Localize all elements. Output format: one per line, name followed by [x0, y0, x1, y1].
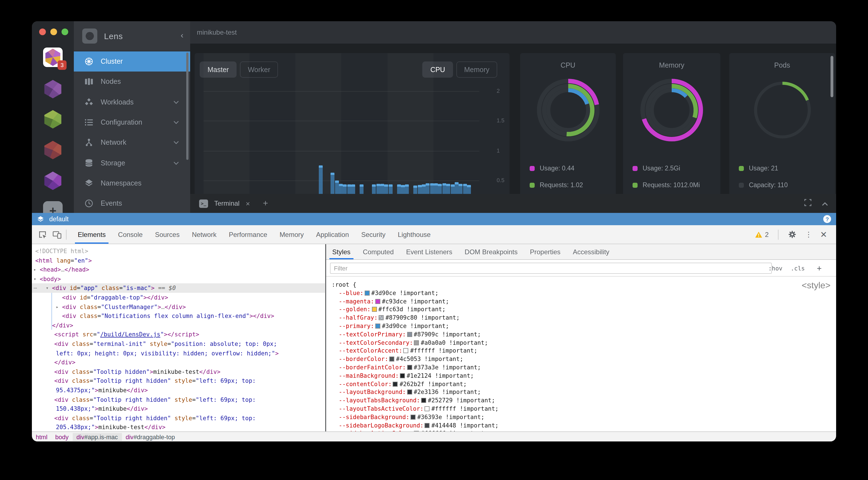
- styles-tab-properties[interactable]: Properties: [524, 244, 566, 259]
- css-variable-declaration[interactable]: --layoutTabsBackground:#252729 !importan…: [332, 396, 836, 405]
- css-selector[interactable]: :root {: [332, 280, 836, 289]
- dom-tree-node[interactable]: </div>: [32, 357, 325, 367]
- styles-tab-dom-breakpoints[interactable]: DOM Breakpoints: [459, 244, 524, 259]
- cluster-icon[interactable]: [43, 171, 63, 191]
- terminal-close-icon[interactable]: ×: [246, 199, 250, 208]
- dom-tree-node[interactable]: <div id="draggable-top"></div>: [32, 293, 325, 302]
- color-swatch[interactable]: [407, 332, 412, 337]
- sidebar-item-workloads[interactable]: Workloads: [74, 92, 190, 112]
- dom-tree-node[interactable]: <!DOCTYPE html>: [32, 246, 325, 255]
- sidebar-item-network[interactable]: Network: [74, 132, 190, 153]
- devtools-tab-lighthouse[interactable]: Lighthouse: [392, 225, 436, 244]
- cluster-icon[interactable]: [43, 79, 63, 99]
- zoom-window-button[interactable]: [62, 29, 68, 35]
- css-variable-declaration[interactable]: --sidebarActiveColor:#ffffff !important;: [332, 430, 836, 432]
- dom-tree-node[interactable]: ▸<head>…</head>: [32, 265, 325, 274]
- color-swatch[interactable]: [400, 373, 405, 378]
- dom-tree-node[interactable]: ▾<body>: [32, 274, 325, 283]
- cluster-icon[interactable]: 3: [43, 47, 63, 67]
- dom-tree-node[interactable]: ▸<div class="ClusterManager">…</div>: [32, 302, 325, 311]
- devtools-tab-application[interactable]: Application: [310, 225, 355, 244]
- minimize-window-button[interactable]: [50, 29, 57, 35]
- dom-tree-node[interactable]: <script src="/build/LensDev.js"></script…: [32, 330, 325, 339]
- dom-tree-node[interactable]: left: 0px; height: 0px; visibility: hidd…: [32, 348, 325, 357]
- color-swatch[interactable]: [372, 307, 377, 312]
- dom-tree-node[interactable]: <div class="Notifications flex column al…: [32, 311, 325, 320]
- css-variable-declaration[interactable]: --magenta:#c93dce !important;: [332, 297, 836, 305]
- devtools-close-icon[interactable]: ✕: [820, 229, 827, 239]
- css-variable-declaration[interactable]: --textColorAccent:#ffffff !important;: [332, 347, 836, 355]
- dom-tree-node[interactable]: <html lang="en">: [32, 255, 325, 265]
- dom-tree-node[interactable]: <div class="Tooltip right hidden" style=…: [32, 413, 325, 422]
- color-swatch[interactable]: [375, 299, 380, 304]
- css-variable-declaration[interactable]: --primary:#3d90ce !important;: [332, 322, 836, 330]
- color-swatch[interactable]: [425, 406, 430, 411]
- cluster-icon[interactable]: [43, 109, 63, 129]
- css-variable-declaration[interactable]: --layoutTabsActiveColor:#ffffff !importa…: [332, 405, 836, 413]
- dom-tree-node[interactable]: 205.438px;">minikube-test</div>: [32, 423, 325, 432]
- css-variable-declaration[interactable]: --golden:#ffc63d !important;: [332, 305, 836, 314]
- css-variable-declaration[interactable]: --blue:#3d90ce !important;: [332, 289, 836, 297]
- styles-tab-computed[interactable]: Computed: [356, 244, 400, 259]
- dom-tree-node[interactable]: <div class="terminal-init" style="positi…: [32, 339, 325, 348]
- color-swatch[interactable]: [407, 390, 412, 395]
- style-source-link[interactable]: <style>: [802, 280, 831, 290]
- cluster-icon[interactable]: [43, 140, 63, 160]
- color-swatch[interactable]: [421, 398, 426, 403]
- styles-tab-accessibility[interactable]: Accessibility: [566, 244, 616, 259]
- devtools-tab-security[interactable]: Security: [355, 225, 392, 244]
- css-variable-declaration[interactable]: --textColorPrimary:#87909c !important;: [332, 330, 836, 339]
- dom-tree-node[interactable]: <div class="Tooltip hidden">minikube-tes…: [32, 367, 325, 376]
- styles-tab-styles[interactable]: Styles: [326, 244, 356, 259]
- dom-tree-node[interactable]: <div class="Tooltip right hidden" style=…: [32, 376, 325, 385]
- devtools-settings-icon[interactable]: [788, 230, 797, 239]
- css-variable-declaration[interactable]: --sidebarLogoBackground:#414448 !importa…: [332, 421, 836, 430]
- css-variable-declaration[interactable]: --contentColor:#262b2f !important;: [332, 380, 836, 388]
- breadcrumb-item[interactable]: div#draggable-top: [122, 433, 179, 441]
- dom-tree-node[interactable]: ⋯▾<div id="app" class="is-mac"> == $0: [32, 283, 325, 293]
- color-swatch[interactable]: [389, 356, 394, 362]
- sidebar-item-configuration[interactable]: Configuration: [74, 112, 190, 133]
- terminal-add-icon[interactable]: +: [263, 198, 268, 208]
- color-swatch[interactable]: [414, 340, 419, 345]
- css-rules[interactable]: :root { --blue:#3d90ce !important; --mag…: [326, 277, 836, 432]
- css-variable-declaration[interactable]: --halfGray:#87909c80 !important;: [332, 313, 836, 322]
- css-variable-declaration[interactable]: --layoutBackground:#2e3136 !important;: [332, 388, 836, 397]
- terminal-fullscreen-icon[interactable]: [804, 198, 811, 208]
- color-swatch[interactable]: [425, 423, 430, 428]
- color-swatch[interactable]: [379, 315, 384, 320]
- devtools-tab-performance[interactable]: Performance: [223, 225, 273, 244]
- pseudo-state-toggle[interactable]: :hov: [768, 260, 782, 277]
- class-toggle[interactable]: .cls: [790, 260, 805, 277]
- color-swatch[interactable]: [407, 365, 412, 370]
- terminal-collapse-icon[interactable]: [822, 198, 828, 208]
- help-button[interactable]: ?: [823, 215, 831, 223]
- inspect-element-icon[interactable]: [38, 230, 47, 239]
- console-warnings-badge[interactable]: 2: [755, 231, 769, 238]
- devtools-tab-console[interactable]: Console: [112, 225, 149, 244]
- sidebar-item-storage[interactable]: Storage: [74, 153, 190, 173]
- css-variable-declaration[interactable]: --borderFaintColor:#373a3e !important;: [332, 363, 836, 372]
- sidebar-item-events[interactable]: Events: [74, 193, 190, 214]
- main-scrollbar[interactable]: [831, 56, 833, 97]
- device-toolbar-icon[interactable]: [53, 230, 62, 239]
- breadcrumb-item[interactable]: body: [52, 433, 73, 441]
- breadcrumb-item[interactable]: html: [32, 433, 52, 441]
- breadcrumb-item[interactable]: div#app.is-mac: [72, 433, 122, 441]
- devtools-tab-memory[interactable]: Memory: [274, 225, 310, 244]
- devtools-menu-icon[interactable]: ⋮: [805, 230, 812, 239]
- color-swatch[interactable]: [410, 415, 415, 420]
- dom-tree-node[interactable]: </div>: [32, 321, 325, 330]
- namespace-context-bar[interactable]: default ?: [32, 213, 836, 225]
- devtools-tab-elements[interactable]: Elements: [71, 225, 112, 244]
- sidebar-item-cluster[interactable]: Cluster: [74, 52, 190, 72]
- elements-panel[interactable]: <!DOCTYPE html><html lang="en">▸<head>…<…: [32, 244, 326, 432]
- dom-tree-node[interactable]: <div class="Tooltip right hidden" style=…: [32, 395, 325, 404]
- styles-filter-input[interactable]: [330, 263, 772, 274]
- sidebar-item-namespaces[interactable]: Namespaces: [74, 173, 190, 194]
- dom-tree-node[interactable]: 150.438px;">minikube</div>: [32, 404, 325, 413]
- color-swatch[interactable]: [365, 290, 370, 296]
- sidebar-scrollbar[interactable]: [186, 53, 188, 160]
- color-swatch[interactable]: [404, 348, 408, 353]
- sidebar-collapse-icon[interactable]: ‹: [181, 30, 183, 40]
